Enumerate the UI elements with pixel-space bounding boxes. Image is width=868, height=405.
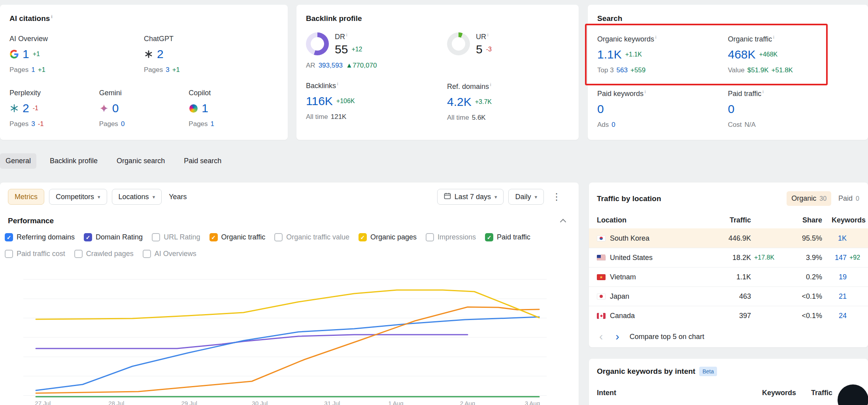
metric-checkbox-referring-domains[interactable]: ✓Referring domains	[5, 233, 75, 241]
sub-value: $51.9K	[747, 66, 769, 74]
sub-value: N/A	[744, 121, 755, 129]
metric-gemini: Gemini 0 Pages0	[99, 89, 189, 128]
collapse-chevron-icon[interactable]	[560, 219, 566, 225]
competitors-dropdown[interactable]: Competitors▾	[49, 189, 107, 205]
backlinks-value[interactable]: 116K	[306, 94, 333, 108]
copilot-icon	[189, 104, 198, 113]
metric-label: Paid traffici	[728, 89, 859, 98]
traffic-by-location-title: Traffic by location	[597, 194, 661, 203]
alltime-label: All time	[447, 114, 469, 122]
metric-value[interactable]: 0	[597, 102, 604, 116]
search-card: Search Organic keywordsi 1.1K +1.1K Top …	[588, 5, 868, 140]
location-table-header: Location Traffic Share Keywords	[589, 216, 868, 228]
metric-checkbox-organic-traffic-value[interactable]: Organic traffic value	[274, 233, 349, 241]
metric-value[interactable]: 2	[157, 47, 164, 61]
ai-citations-title: AI citationsi	[0, 5, 288, 23]
pages-value[interactable]: 3	[31, 120, 35, 128]
keywords-link[interactable]: 24	[822, 312, 847, 320]
ref-domains-change: +3.7K	[475, 98, 492, 105]
metric-label: Organic traffici	[728, 35, 859, 43]
keywords-link[interactable]: 1K	[822, 234, 847, 243]
performance-line-chart[interactable]	[0, 257, 579, 405]
backlinks-change: +106K	[336, 98, 355, 105]
keywords-link[interactable]: 19	[822, 273, 847, 281]
pages-value[interactable]: 1	[211, 120, 214, 128]
keywords-link[interactable]: 147	[822, 254, 847, 262]
metric-value[interactable]: 1	[23, 47, 29, 61]
metric-checkbox-organic-traffic[interactable]: ✓Organic traffic	[209, 233, 266, 241]
tab-general[interactable]: General	[0, 153, 36, 169]
metric-value[interactable]: 0	[728, 102, 735, 116]
chevron-down-icon: ▾	[494, 194, 497, 200]
checkbox-icon	[426, 233, 434, 241]
metric-checkbox-paid-traffic[interactable]: ✓Paid traffic	[485, 233, 530, 241]
metrics-button[interactable]: Metrics	[8, 189, 44, 205]
ar-rank: AR 393,593 ▲770,070	[306, 62, 447, 70]
chevron-down-icon: ▾	[98, 194, 100, 200]
ar-value[interactable]: 393,593	[319, 62, 343, 70]
overview-tabs: General Backlink profile Organic search …	[0, 153, 227, 169]
pages-change: +1	[172, 66, 180, 74]
granularity-dropdown[interactable]: Daily▾	[508, 189, 544, 205]
metric-value[interactable]: 1	[202, 102, 208, 115]
united-states-flag-icon	[597, 255, 606, 261]
tab-paid-search[interactable]: Paid search	[178, 153, 227, 169]
more-options-button[interactable]: ⋮	[549, 191, 564, 202]
pages-value[interactable]: 1	[31, 66, 35, 74]
checkbox-icon: ✓	[209, 233, 218, 241]
alltime-value: 121K	[331, 113, 347, 121]
tab-organic-search[interactable]: Organic search	[111, 153, 170, 169]
dr-donut-gauge	[306, 32, 329, 55]
metric-value[interactable]: 0	[112, 102, 119, 115]
metric-chatgpt: ChatGPT 2 Pages3+1	[144, 35, 278, 74]
backlink-profile-title: Backlink profile	[296, 5, 579, 23]
location-row-south-korea[interactable]: South Korea 446.9K 95.5% 1K	[589, 228, 868, 248]
locations-dropdown[interactable]: Locations▾	[112, 189, 162, 205]
metric-checkbox-url-rating[interactable]: URL Rating	[152, 233, 200, 241]
column-traffic: Traffic	[796, 389, 832, 397]
pages-value[interactable]: 3	[166, 66, 169, 74]
location-row-canada[interactable]: Canada 397 <0.1% 24	[589, 306, 868, 325]
metric-value[interactable]: 2	[23, 102, 29, 115]
traffic-value: 1.1K	[707, 273, 751, 281]
ref-domains-label: Ref. domainsi	[447, 82, 569, 91]
toggle-paid[interactable]: Paid0	[834, 191, 864, 206]
sub-value[interactable]: 563	[617, 66, 628, 74]
pages-label: Pages	[9, 120, 28, 128]
pages-value[interactable]: 0	[121, 120, 125, 128]
compare-top5-link[interactable]: Compare top 5 on chart	[630, 333, 704, 341]
metric-checkbox-domain-rating[interactable]: ✓Domain Rating	[84, 233, 143, 241]
performance-card: Metrics Competitors▾ Locations▾ Years La…	[0, 183, 579, 405]
location-row-united-states[interactable]: United States 18.2K +17.8K 3.9% 147 +92	[589, 248, 868, 267]
intent-table-header: Intent Keywords Traffic	[589, 389, 868, 397]
share-value: 95.5%	[784, 234, 822, 243]
next-page-arrow[interactable]: ›	[613, 331, 621, 342]
pages-label: Pages	[189, 120, 208, 128]
sub-label: Ads	[597, 121, 609, 129]
ar-change: ▲770,070	[346, 62, 377, 70]
years-button[interactable]: Years	[166, 189, 189, 205]
japan-flag-icon	[597, 294, 606, 300]
sub-change: +51.8K	[772, 66, 793, 74]
traffic-value: 463	[707, 292, 751, 301]
keywords-link[interactable]: 21	[822, 292, 847, 301]
metric-checkbox-organic-pages[interactable]: ✓Organic pages	[359, 233, 417, 241]
pages-change: +1	[38, 66, 45, 74]
metric-checkbox-impressions[interactable]: Impressions	[426, 233, 476, 241]
metric-value[interactable]: 1.1K	[597, 48, 622, 61]
search-title: Search	[588, 5, 868, 23]
metric-label: Gemini	[99, 89, 189, 97]
previous-page-arrow[interactable]: ‹	[597, 331, 605, 342]
metric-value[interactable]: 468K	[728, 48, 756, 61]
tab-backlink-profile[interactable]: Backlink profile	[44, 153, 103, 169]
ref-domains-value[interactable]: 4.2K	[447, 95, 472, 109]
info-icon: i	[762, 89, 763, 94]
location-row-vietnam[interactable]: Vietnam 1.1K 0.2% 19	[589, 267, 868, 286]
date-range-dropdown[interactable]: Last 7 days▾	[437, 189, 504, 205]
metric-change: +1.1K	[625, 51, 642, 58]
sub-value[interactable]: 0	[611, 121, 615, 129]
traffic-value: 397	[707, 312, 751, 320]
metric-label: Paid keywordsi	[597, 89, 728, 98]
location-row-japan[interactable]: Japan 463 <0.1% 21	[589, 286, 868, 306]
toggle-organic[interactable]: Organic30	[787, 191, 831, 206]
